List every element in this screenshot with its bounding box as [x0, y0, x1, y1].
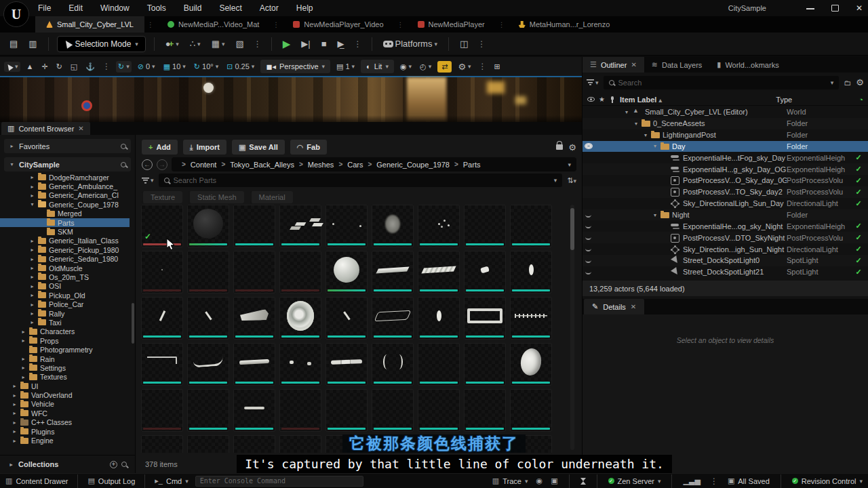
level-viewport[interactable]	[0, 76, 582, 122]
tree-item-pickup-old[interactable]: ▸Pickup_Old	[0, 291, 130, 300]
expand-arrow-icon[interactable]: ▸	[12, 401, 18, 407]
asset-tile-r3c5[interactable]	[326, 297, 368, 340]
expand-arrow-icon[interactable]: ▸	[12, 410, 18, 416]
forward-button[interactable]: →	[157, 159, 167, 170]
asset-tile-r4c6[interactable]	[372, 343, 414, 386]
lit-viewmode-dropdown[interactable]: ◐Lit▾	[361, 60, 394, 73]
expand-arrow-icon[interactable]: ▸	[29, 184, 35, 190]
search-icon[interactable]	[121, 162, 126, 167]
search-icon[interactable]	[121, 144, 126, 149]
asset-tile-r5c5[interactable]	[326, 389, 368, 432]
console-command-input[interactable]	[195, 476, 363, 487]
add-button[interactable]: +Add	[142, 140, 178, 155]
outliner-row-exponentialh-g-sky-day-og[interactable]: ExponentialH...g_sky_Day_OGExponentialHe…	[583, 163, 868, 175]
tab-world-okmarks[interactable]: ▮World...okmarks	[709, 57, 786, 73]
asset-tile-r3c9[interactable]	[510, 297, 552, 340]
collapse-arrow-icon[interactable]: ▾	[644, 132, 651, 138]
asset-tile-r4c3[interactable]	[233, 343, 275, 386]
add-actor-button[interactable]: ●+▾	[163, 37, 182, 50]
save-all-button[interactable]: ▣Save All	[232, 140, 285, 155]
asset-tile-r1c3[interactable]	[233, 205, 275, 247]
maximize-button[interactable]	[830, 4, 840, 12]
chevron-down-icon[interactable]: ▾	[831, 79, 834, 86]
platforms-dropdown[interactable]: Platforms ▾	[380, 37, 440, 50]
expand-arrow-icon[interactable]: ▸	[29, 302, 35, 308]
asset-tile-r3c3[interactable]	[233, 297, 275, 340]
outliner-row-postprocessv-to-sky-day2[interactable]: PostProcessV...TO_Sky_day2PostProcessVol…	[583, 186, 868, 198]
rotation-snap-dropdown[interactable]: ↻10°▾	[192, 61, 220, 73]
expand-arrow-icon[interactable]: ▸	[29, 274, 35, 280]
asset-search[interactable]: ▾	[159, 174, 563, 187]
outliner-search[interactable]: ▾	[604, 76, 840, 89]
save-current-level-icon[interactable]: ▤	[7, 37, 20, 50]
menu-file[interactable]: File	[38, 3, 51, 13]
play-button[interactable]: ▶	[280, 37, 294, 52]
asset-tile-r4c2[interactable]	[187, 343, 229, 386]
show-flags-dropdown[interactable]: ◉▾	[398, 61, 414, 73]
tree-item-plugins[interactable]: ▸Plugins	[0, 427, 130, 436]
asset-tile-r3c7[interactable]	[418, 297, 460, 340]
asset-tile-r6c1[interactable]	[141, 435, 183, 453]
menu-build[interactable]: Build	[184, 3, 202, 13]
sidebar-scrollbar[interactable]	[132, 303, 134, 344]
expand-arrow-icon[interactable]: ▸	[12, 428, 18, 434]
outliner-filters-dropdown[interactable]: ▾	[587, 79, 599, 86]
import-button[interactable]: ⤓Import	[183, 140, 226, 155]
tree-item-generic-ambulance[interactable]: ▸Generic_Ambulance_	[0, 182, 130, 190]
collapse-arrow-icon[interactable]: ▾	[635, 121, 642, 127]
toolbar-overflow-icon[interactable]: ⋮	[252, 39, 263, 49]
collapse-arrow-icon[interactable]: ▾	[654, 212, 660, 218]
asset-tile-r5c3[interactable]	[233, 389, 275, 432]
hidden-eye-icon[interactable]	[583, 247, 594, 251]
tree-item-parts[interactable]: Parts	[0, 218, 130, 227]
grid-snap-dropdown[interactable]: ▦10▾	[161, 61, 188, 73]
lock-icon[interactable]	[556, 144, 563, 150]
asset-tile-r5c1[interactable]	[141, 389, 183, 432]
rotate-tool-icon[interactable]: ↻	[54, 61, 64, 73]
tab-outliner[interactable]: ☰Outliner✕	[583, 57, 644, 73]
pin-column-icon[interactable]	[609, 96, 616, 103]
breadcrumb-generic-coupe-1978[interactable]: Generic_Coupe_1978	[376, 161, 450, 169]
tree-item-osi[interactable]: ▸OSI	[0, 282, 130, 291]
asset-tile-r3c2[interactable]	[187, 297, 229, 340]
filters-dropdown[interactable]: ▾	[142, 177, 154, 184]
outliner-row-street-dockspotlight21[interactable]: Street_DockSpotLight21SpotLight✓	[583, 266, 868, 278]
visibility-column-icon[interactable]	[587, 97, 595, 102]
tree-item-oldmuscle[interactable]: ▸OldMuscle	[0, 264, 130, 272]
breadcrumb-cars[interactable]: Cars	[347, 161, 363, 169]
stop-button[interactable]: ■	[319, 37, 330, 50]
tree-item-police-car[interactable]: ▸Police_Car	[0, 300, 130, 308]
tree-item-generic-pickup-1980[interactable]: ▸Generic_Pickup_1980	[0, 245, 130, 254]
asset-tile-r2c5[interactable]	[326, 251, 368, 293]
project-settings-icon[interactable]: ◫	[457, 37, 471, 50]
breadcrumb-meshes[interactable]: Meshes	[308, 161, 334, 169]
asset-tile-r5c9[interactable]	[510, 389, 552, 432]
tree-item-vehicle[interactable]: ▸Vehicle	[0, 400, 130, 409]
hidden-eye-icon[interactable]	[583, 270, 594, 274]
menu-help[interactable]: Help	[296, 3, 313, 13]
expand-arrow-icon[interactable]: ▸	[29, 247, 35, 253]
content-settings-icon[interactable]: ⚙	[568, 142, 576, 152]
scale-snap-dropdown[interactable]: ⊡0.25▾	[224, 61, 256, 73]
transform-overflow-icon[interactable]: ⋮	[101, 62, 112, 71]
tree-item-c-classes[interactable]: ▸C++ Classes	[0, 418, 130, 427]
expand-arrow-icon[interactable]: ▸	[29, 265, 35, 271]
scale-tool-icon[interactable]: ◱	[68, 61, 79, 73]
outliner-row-exponentialhe-tfog-sky-day[interactable]: ExponentialHe...tFog_sky_DayExponentialH…	[583, 152, 868, 163]
outliner-row-day[interactable]: ▾DayFolder	[583, 141, 868, 152]
expand-arrow-icon[interactable]: ▸	[29, 238, 35, 244]
tree-item-taxi[interactable]: ▸Taxi	[0, 318, 130, 327]
chevron-down-icon[interactable]: ▾	[554, 177, 557, 184]
surface-snap-dropdown[interactable]: ↻▾	[116, 61, 132, 73]
outliner-row-night[interactable]: ▾NightFolder	[583, 209, 868, 221]
asset-tab-newmediaplayer[interactable]: NewMediaPlayer	[407, 16, 496, 33]
close-button[interactable]: ✕	[854, 4, 864, 12]
expand-arrow-icon[interactable]: ▸	[12, 383, 18, 389]
favorites-row[interactable]: ▸ Favorites	[4, 139, 131, 153]
outliner-row-postprocessv-dto-skynight[interactable]: PostProcessV...DTO_SkyNightPostProcessVo…	[583, 232, 868, 243]
breadcrumb-tokyo-back-alleys[interactable]: Tokyo_Back_Alleys	[230, 161, 294, 169]
perspective-dropdown[interactable]: ◼◂Perspective▾	[260, 60, 330, 73]
add-collection-icon[interactable]: +	[110, 461, 117, 468]
grid-scrollbar[interactable]	[570, 205, 574, 450]
editor-modes-button[interactable]: ▧	[233, 37, 246, 50]
